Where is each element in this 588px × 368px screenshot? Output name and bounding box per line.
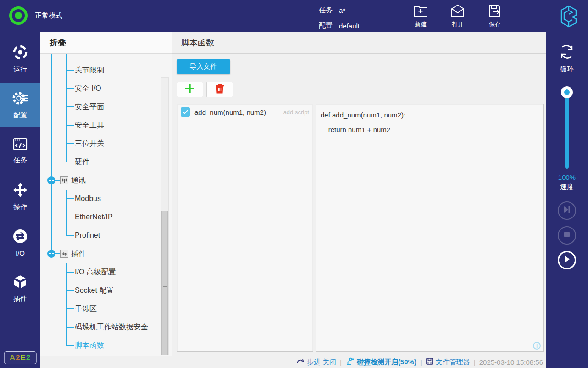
file-manager-icon [426,357,433,367]
tree-item-safety-tool[interactable]: 安全工具 [40,116,172,134]
tree-item-profinet[interactable]: Profinet [40,226,172,245]
main-panel: 脚本函数 导入文件 [172,32,546,356]
badge-letter: 2 [26,353,31,362]
badge-letter: E [20,353,26,362]
collapse-minus-icon[interactable] [47,176,55,184]
save-button-label: 保存 [489,20,501,28]
loop-icon [557,42,577,63]
save-button[interactable]: 保存 [479,4,511,28]
antenna-icon [60,176,68,184]
tree-item-palletizer-data-safety[interactable]: 码垛机工作站数据安全 [40,318,172,336]
step-mode-status[interactable]: 步进 关闭 [296,358,336,367]
script-list-item[interactable]: add_num(num1, num2) add.script [177,104,313,120]
config-tree: 关节限制 安全 I/O 安全平面 安全工具 三位开关 硬件 通讯 Modbus … [40,54,172,355]
tree-item-script-functions[interactable]: 脚本函数 [40,336,172,355]
open-button[interactable]: 打开 [442,4,474,28]
script-function-name: add_num(num1, num2) [194,108,266,116]
code-line: def add_num(num1, num2): [321,108,538,123]
left-nav: 运行 配置 任务 [0,32,40,368]
info-icon: i [533,342,541,350]
add-function-button[interactable] [177,82,203,97]
status-bar: 步进 关闭 | 碰撞检测开启(50%) | 文件管理器 | [40,356,546,368]
mode-label: 正常模式 [35,11,62,20]
collapse-header[interactable]: 折叠 [40,32,172,54]
tree-item-joint-limits[interactable]: 关节限制 [40,61,172,79]
step-next-button[interactable] [558,201,576,220]
tree-item-three-position-switch[interactable]: 三位开关 [40,134,172,153]
speed-percent: 100% [558,173,576,181]
page-title: 脚本函数 [172,32,546,54]
mode-status-icon [9,6,28,25]
play-icon [563,255,571,265]
tree-node-plugin[interactable]: 插件 [40,245,172,263]
plus-icon [184,83,196,96]
tree-item-interference-zone[interactable]: 干涉区 [40,300,172,318]
nav-item-label: 运行 [13,65,27,74]
delete-function-button[interactable] [206,82,233,97]
play-button[interactable] [558,251,576,269]
tree-item-hardware[interactable]: 硬件 [40,153,172,171]
nav-item-label: 操作 [13,203,27,212]
script-file-name: add.script [283,109,309,116]
trash-icon [215,83,225,96]
nav-item-config[interactable]: 配置 [0,83,40,127]
open-button-label: 打开 [452,20,464,28]
tree-item-io-advanced-config[interactable]: I/O 高级配置 [40,263,172,281]
checkbox-checked-icon[interactable] [181,107,190,117]
plugin-cube-icon [12,273,28,291]
script-list-panel: add_num(num1, num2) add.script [177,104,313,352]
tree-item-safety-plane[interactable]: 安全平面 [40,98,172,116]
loop-toggle[interactable]: 循环 [557,42,577,73]
stop-icon [563,231,571,240]
separator: | [474,358,476,366]
brand-logo-icon [557,4,581,30]
badge-letter: A [10,353,16,362]
collision-detection-status[interactable]: 碰撞检测开启(50%) [345,357,416,367]
code-line: return num1 + num2 [321,123,538,137]
nav-item-io[interactable]: I/O [0,220,40,264]
tree-item-ethernet-ip[interactable]: EtherNet/IP [40,208,172,226]
nav-item-label: I/O [16,249,25,257]
new-button[interactable]: 新建 [405,4,437,28]
new-button-label: 新建 [415,20,427,28]
nav-item-run[interactable]: 运行 [0,37,40,81]
tree-node-communication[interactable]: 通讯 [40,171,172,190]
slider-knob[interactable] [561,86,573,98]
version-badge[interactable]: A2E2 [4,351,37,364]
config-value: default [339,22,360,30]
nav-item-operate[interactable]: 操作 [0,174,40,218]
stop-button[interactable] [558,226,576,245]
save-icon [487,4,503,19]
updown-arrows-icon [60,250,68,258]
tree-scrollbar[interactable] [161,77,169,355]
speed-slider[interactable] [561,86,573,169]
io-icon [12,228,28,246]
scrollbar-thumb[interactable] [161,211,168,355]
file-manager-status[interactable]: 文件管理器 [426,357,470,367]
separator: | [340,358,342,366]
nav-item-label: 配置 [13,111,27,120]
config-tree-panel: 折叠 [40,32,172,356]
collapse-minus-icon[interactable] [47,250,55,258]
tree-item-safety-io[interactable]: 安全 I/O [40,79,172,98]
task-value: a* [339,6,345,14]
nav-item-plugin[interactable]: 插件 [0,266,40,310]
mode-indicator: 正常模式 [9,6,62,25]
task-info: 任务 a* 配置 default [319,4,360,35]
top-bar: 正常模式 任务 a* 配置 default 新建 [0,0,588,32]
badge-letter: 2 [16,353,20,362]
loop-label: 循环 [560,65,574,73]
nav-item-task[interactable]: 任务 [0,128,40,173]
tree-item-socket-config[interactable]: Socket 配置 [40,281,172,300]
robot-teach-pendant-app: 正常模式 任务 a* 配置 default 新建 [0,0,588,368]
script-code-panel[interactable]: def add_num(num1, num2): return num1 + n… [316,104,544,352]
slider-track[interactable] [565,90,569,169]
open-file-icon [450,4,466,19]
top-actions: 新建 打开 保存 [405,4,511,28]
tree-item-modbus[interactable]: Modbus [40,190,172,208]
move-arrows-icon [12,182,28,200]
new-file-icon [413,4,428,19]
system-timestamp: 2025-03-10 15:08:56 [479,358,543,366]
import-file-button[interactable]: 导入文件 [177,59,230,74]
robot-arm-icon [345,357,355,367]
